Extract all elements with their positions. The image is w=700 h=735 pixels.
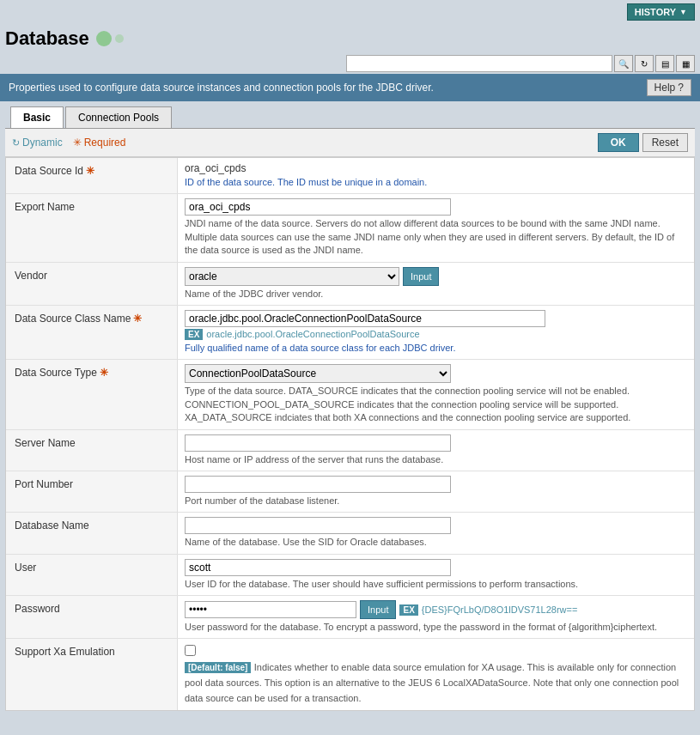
import-button[interactable]: ▦ — [676, 55, 695, 72]
reset-button[interactable]: Reset — [642, 133, 688, 152]
support-xa-emulation-label: Support Xa Emulation — [6, 639, 178, 710]
database-name-hint: Name of the database. Use the SID for Or… — [185, 536, 687, 549]
dynamic-label: ↻ Dynamic — [12, 137, 63, 149]
export-name-hint: JNDI name of the data source. Servers do… — [185, 217, 687, 257]
ex-class-value: oracle.jdbc.pool.OracleConnectionPoolDat… — [206, 329, 419, 339]
port-number-hint: Port number of the database listener. — [185, 495, 687, 507]
server-name-hint: Host name or IP address of the server th… — [185, 453, 687, 466]
ex-badge: EX — [185, 329, 203, 340]
data-source-type-select[interactable]: ConnectionPoolDataSource — [185, 364, 451, 383]
vendor-select[interactable]: oracle — [185, 267, 399, 286]
data-source-id-hint: ID of the data source. The ID must be un… — [185, 176, 687, 189]
user-input[interactable] — [185, 559, 451, 576]
user-row: User User ID for the database. The user … — [6, 555, 694, 596]
required-star: ✳ — [86, 165, 94, 177]
support-xa-emulation-hint: Indicates whether to enable data source … — [185, 662, 679, 703]
database-name-row: Database Name Name of the database. Use … — [6, 513, 694, 554]
vendor-label: Vendor — [6, 263, 178, 305]
data-source-class-name-hint: Fully qualified name of a data source cl… — [185, 342, 687, 355]
dynamic-icon: ↻ — [12, 137, 20, 149]
search-button[interactable]: 🔍 — [614, 55, 633, 72]
data-source-class-name-label: Data Source Class Name ✳ — [6, 306, 178, 359]
info-text: Properties used to configure data source… — [9, 82, 434, 94]
port-number-row: Port Number Port number of the database … — [6, 471, 694, 513]
vendor-hint: Name of the JDBC driver vendor. — [185, 288, 687, 301]
page-title: Database — [5, 27, 89, 50]
data-source-type-label: Data Source Type ✳ — [6, 360, 178, 428]
password-row: Password Input EX {DES}FQrLbQ/D8O1lDVS71… — [6, 596, 694, 639]
history-button[interactable]: HISTORY — [627, 3, 695, 21]
vendor-input-button[interactable]: Input — [403, 267, 439, 286]
database-name-label: Database Name — [6, 513, 178, 553]
required-star-3: ✳ — [100, 367, 108, 379]
export-name-label: Export Name — [6, 194, 178, 261]
ok-button[interactable]: OK — [598, 133, 639, 152]
data-source-class-name-row: Data Source Class Name ✳ EX oracle.jdbc.… — [6, 306, 694, 360]
data-source-id-row: Data Source Id ✳ ora_oci_cpds ID of the … — [6, 158, 694, 194]
data-source-id-value: ora_oci_cpds — [185, 162, 687, 174]
search-input[interactable] — [346, 55, 612, 72]
default-badge: [Default: false] — [185, 662, 251, 673]
export-name-row: Export Name JNDI name of the data source… — [6, 194, 694, 262]
vendor-row: Vendor oracle Input Name of the JDBC dri… — [6, 263, 694, 306]
export-name-input[interactable] — [185, 198, 451, 216]
password-label: Password — [6, 596, 178, 638]
data-source-type-hint: Type of the data source. DATA_SOURCE ind… — [185, 385, 687, 424]
database-name-input[interactable] — [185, 517, 451, 534]
refresh-button[interactable]: ↻ — [635, 55, 654, 72]
data-source-id-label: Data Source Id ✳ — [6, 158, 178, 193]
user-hint: User ID for the database. The user shoul… — [185, 578, 687, 591]
encrypt-badge: EX — [399, 604, 417, 616]
server-name-input[interactable] — [185, 434, 451, 452]
tab-connection-pools[interactable]: Connection Pools — [65, 106, 172, 128]
encrypt-value: {DES}FQrLbQ/D8O1lDVS71L28rw== — [422, 604, 578, 615]
user-label: User — [6, 555, 178, 595]
support-xa-emulation-row: Support Xa Emulation [Default: false] In… — [6, 639, 694, 710]
required-icon: ✳ — [73, 137, 82, 149]
password-hint: User password for the database. To encry… — [185, 621, 687, 634]
help-button[interactable]: Help ? — [647, 79, 691, 96]
status-circle-small — [115, 34, 124, 43]
port-number-label: Port Number — [6, 471, 178, 512]
required-star-2: ✳ — [133, 313, 142, 325]
password-input-button[interactable]: Input — [360, 600, 396, 619]
support-xa-emulation-checkbox[interactable] — [185, 645, 196, 656]
status-circle-large — [96, 31, 112, 46]
required-label: ✳ Required — [73, 137, 126, 149]
server-name-row: Server Name Host name or IP address of t… — [6, 430, 694, 471]
data-source-class-name-input[interactable] — [185, 310, 545, 327]
password-input[interactable] — [185, 601, 356, 618]
export-button[interactable]: ▤ — [655, 55, 674, 72]
tab-basic[interactable]: Basic — [10, 106, 64, 128]
server-name-label: Server Name — [6, 430, 178, 471]
data-source-type-row: Data Source Type ✳ ConnectionPoolDataSou… — [6, 360, 694, 429]
port-number-input[interactable] — [185, 476, 451, 493]
